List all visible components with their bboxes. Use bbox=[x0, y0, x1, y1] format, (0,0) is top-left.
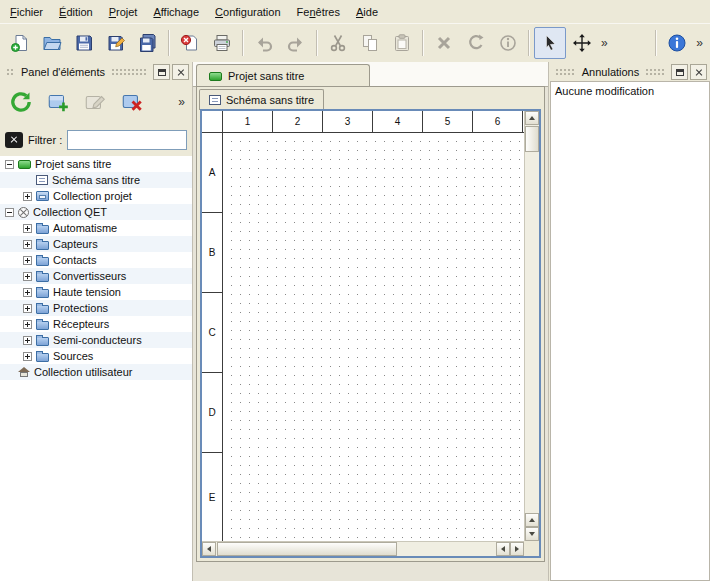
undo-history-list[interactable]: Aucune modification bbox=[550, 81, 710, 581]
open-project-button[interactable] bbox=[36, 27, 68, 59]
print-button[interactable] bbox=[206, 27, 238, 59]
move-tool-button[interactable] bbox=[566, 27, 598, 59]
schema-icon bbox=[36, 175, 48, 185]
elements-tree: Projet sans titre Schéma sans titre Coll… bbox=[0, 156, 192, 581]
vertical-scrollbar[interactable] bbox=[524, 111, 539, 541]
expand-expander-icon[interactable] bbox=[23, 320, 32, 329]
copy-button[interactable] bbox=[354, 27, 386, 59]
tab-projet-sans-titre[interactable]: Projet sans titre bbox=[196, 64, 370, 87]
vertical-scroll-thumb[interactable] bbox=[525, 126, 539, 152]
menu-item-aide[interactable]: Aide bbox=[348, 0, 386, 23]
tab-schema-sans-titre[interactable]: Schéma sans titre bbox=[199, 89, 324, 110]
new-document-button[interactable] bbox=[4, 27, 36, 59]
cut-button[interactable] bbox=[322, 27, 354, 59]
scroll-up-button-2[interactable] bbox=[525, 513, 539, 527]
tree-item-label: Collection utilisateur bbox=[34, 366, 132, 378]
menu-item-fichier[interactable]: Fichier bbox=[2, 0, 51, 23]
menu-item-affichage[interactable]: Affichage bbox=[145, 0, 207, 23]
menu-item-edition[interactable]: Édition bbox=[51, 0, 101, 23]
expand-expander-icon[interactable] bbox=[23, 272, 32, 281]
close-project-button[interactable] bbox=[174, 27, 206, 59]
edit-element-button[interactable] bbox=[78, 85, 112, 119]
expand-expander-icon[interactable] bbox=[23, 192, 32, 201]
tree-item-recepteurs[interactable]: Récepteurs bbox=[0, 316, 192, 332]
dock-grip-handle[interactable] bbox=[111, 68, 148, 77]
tree-item-collection-utilisateur[interactable]: Collection utilisateur bbox=[0, 364, 192, 380]
elements-toolbar-overflow-button[interactable]: » bbox=[175, 95, 188, 109]
folder-icon bbox=[36, 305, 49, 314]
schema-scroll-area: 1 2 3 4 5 6 A B C D E bbox=[202, 111, 524, 541]
reload-collections-button[interactable] bbox=[4, 85, 38, 119]
clear-filter-button[interactable] bbox=[5, 132, 23, 148]
up-arrow-icon bbox=[529, 116, 535, 120]
tree-item-protections[interactable]: Protections bbox=[0, 300, 192, 316]
horizontal-scroll-thumb[interactable] bbox=[217, 542, 397, 556]
collection-icon bbox=[36, 191, 49, 201]
tree-item-schema-sans-titre[interactable]: Schéma sans titre bbox=[0, 172, 192, 188]
tree-item-semi-conducteurs[interactable]: Semi-conducteurs bbox=[0, 332, 192, 348]
menu-item-projet[interactable]: Projet bbox=[101, 0, 146, 23]
tree-item-label: Automatisme bbox=[53, 222, 117, 234]
close-panel-button[interactable] bbox=[172, 64, 189, 80]
tree-item-sources[interactable]: Sources bbox=[0, 348, 192, 364]
collapse-expander-icon[interactable] bbox=[5, 160, 14, 169]
tree-item-haute-tension[interactable]: Haute tension bbox=[0, 284, 192, 300]
scroll-down-button[interactable] bbox=[525, 527, 539, 541]
expand-expander-icon[interactable] bbox=[23, 240, 32, 249]
tree-item-collection-qet[interactable]: Collection QET bbox=[0, 204, 192, 220]
tree-item-automatisme[interactable]: Automatisme bbox=[0, 220, 192, 236]
delete-element-button[interactable] bbox=[115, 85, 149, 119]
column-header: 3 bbox=[323, 111, 373, 132]
scroll-left-button[interactable] bbox=[202, 542, 216, 556]
expand-expander-icon[interactable] bbox=[23, 224, 32, 233]
save-as-button[interactable] bbox=[100, 27, 132, 59]
tree-item-capteurs[interactable]: Capteurs bbox=[0, 236, 192, 252]
tree-item-projet-sans-titre[interactable]: Projet sans titre bbox=[0, 156, 192, 172]
tree-item-convertisseurs[interactable]: Convertisseurs bbox=[0, 268, 192, 284]
paste-button[interactable] bbox=[386, 27, 418, 59]
float-panel-button[interactable] bbox=[671, 64, 688, 80]
scroll-right-button[interactable] bbox=[510, 542, 524, 556]
collapse-expander-icon[interactable] bbox=[5, 208, 14, 217]
toolbar-overflow-button[interactable]: » bbox=[598, 36, 611, 50]
left-arrow-icon bbox=[501, 546, 505, 552]
schema-canvas[interactable] bbox=[223, 133, 524, 541]
float-panel-button[interactable] bbox=[153, 64, 170, 80]
tree-item-contacts[interactable]: Contacts bbox=[0, 252, 192, 268]
redo-button[interactable] bbox=[280, 27, 312, 59]
horizontal-scroll-track[interactable] bbox=[397, 542, 496, 556]
expand-expander-icon[interactable] bbox=[23, 304, 32, 313]
tree-item-label: Récepteurs bbox=[53, 318, 109, 330]
rotate-button[interactable] bbox=[460, 27, 492, 59]
horizontal-scrollbar[interactable] bbox=[202, 541, 524, 556]
redo-icon bbox=[286, 33, 306, 53]
close-project-icon bbox=[180, 33, 200, 53]
expand-expander-icon[interactable] bbox=[23, 336, 32, 345]
save-all-button[interactable] bbox=[132, 27, 164, 59]
expand-expander-icon[interactable] bbox=[23, 256, 32, 265]
help-overflow-button[interactable]: » bbox=[693, 36, 706, 50]
save-button[interactable] bbox=[68, 27, 100, 59]
select-tool-button[interactable] bbox=[534, 27, 566, 59]
filter-input[interactable] bbox=[67, 130, 187, 150]
dock-grip-handle[interactable] bbox=[645, 68, 666, 77]
new-element-button[interactable] bbox=[41, 85, 75, 119]
expand-expander-icon[interactable] bbox=[23, 352, 32, 361]
rotate-icon bbox=[466, 33, 486, 53]
menu-item-configuration[interactable]: Configuration bbox=[207, 0, 288, 23]
tree-item-collection-projet[interactable]: Collection projet bbox=[0, 188, 192, 204]
vertical-scroll-track[interactable] bbox=[525, 152, 539, 513]
undo-button[interactable] bbox=[248, 27, 280, 59]
copy-icon bbox=[360, 33, 380, 53]
scroll-left-button-2[interactable] bbox=[496, 542, 510, 556]
element-info-button[interactable] bbox=[492, 27, 524, 59]
expand-expander-icon[interactable] bbox=[23, 288, 32, 297]
dock-grip-handle[interactable] bbox=[555, 68, 576, 77]
delete-button[interactable] bbox=[428, 27, 460, 59]
about-qet-button[interactable] bbox=[661, 27, 693, 59]
menu-item-fenetres[interactable]: Fenêtres bbox=[289, 0, 348, 23]
column-header: 5 bbox=[423, 111, 473, 132]
dock-grip-handle[interactable] bbox=[6, 68, 15, 77]
close-panel-button[interactable] bbox=[690, 64, 707, 80]
scroll-up-button[interactable] bbox=[525, 111, 539, 125]
